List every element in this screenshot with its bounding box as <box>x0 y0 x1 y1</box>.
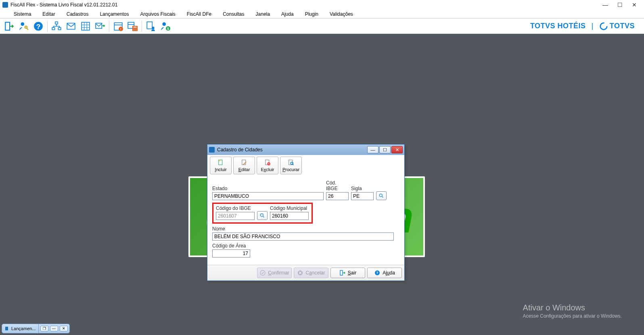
tb-org-icon[interactable] <box>50 20 63 32</box>
input-codigo-area[interactable] <box>212 249 250 258</box>
tb-mail-icon[interactable] <box>64 20 78 32</box>
menu-lancamentos[interactable]: Lançamentos <box>94 11 134 17</box>
svg-point-18 <box>135 28 136 29</box>
svg-point-38 <box>260 270 265 275</box>
watermark-subtitle: Acesse Configurações para ativar o Windo… <box>523 313 622 319</box>
svg-point-36 <box>379 194 382 197</box>
editar-button[interactable]: Editar <box>233 157 255 174</box>
dialog-maximize-button[interactable]: ☐ <box>379 146 391 153</box>
windows-watermark: Ativar o Windows Acesse Configurações pa… <box>523 303 622 319</box>
svg-point-21 <box>135 29 136 30</box>
svg-point-35 <box>291 162 293 165</box>
input-sigla[interactable] <box>351 192 374 200</box>
workspace: n Cadastro de Cidades — ☐ ✕ Incluir Edit… <box>0 34 644 335</box>
svg-point-37 <box>260 214 263 216</box>
new-doc-icon <box>217 159 224 166</box>
dialog-titlebar: Cadastro de Cidades — ☐ ✕ <box>207 144 404 155</box>
exit-icon <box>339 270 346 276</box>
svg-rect-10 <box>96 23 102 28</box>
tb-mail-send-icon[interactable] <box>93 20 107 32</box>
svg-point-17 <box>133 28 134 29</box>
menu-sistema[interactable]: Sistema <box>8 11 37 17</box>
tb-user-money-icon[interactable]: $ <box>159 20 172 32</box>
app-icon <box>2 2 8 8</box>
svg-rect-23 <box>147 22 152 29</box>
tb-user-key-icon[interactable] <box>17 20 31 32</box>
label-cod-ibge: Cód. IBGE <box>326 180 349 191</box>
menu-cadastros[interactable]: Cadastros <box>61 11 94 17</box>
tb-grid-icon[interactable] <box>79 20 92 32</box>
svg-point-25 <box>162 22 166 26</box>
menu-editar[interactable]: Editar <box>37 11 61 17</box>
tb-calendar-calc-icon[interactable] <box>126 20 140 32</box>
incluir-button[interactable]: Incluir <box>210 157 232 174</box>
tb-user-doc-icon[interactable] <box>144 20 158 32</box>
label-codigo-do-ibge: Código do IBGE <box>216 205 255 211</box>
brand-hotel: TOTVS HOTÉIS <box>530 22 586 30</box>
svg-text:!: ! <box>120 27 121 31</box>
maximize-button[interactable]: ☐ <box>613 0 627 10</box>
titlebar: FiscAll Flex - Sistema Livro Fiscal v12.… <box>0 0 644 10</box>
task-minimize-button[interactable]: — <box>50 326 58 331</box>
menu-plugin[interactable]: Plugin <box>299 11 324 17</box>
lookup-estado-button[interactable] <box>376 191 387 200</box>
task-lancamentos[interactable]: Lançamen... <box>2 324 39 333</box>
task-close-button[interactable]: ✕ <box>60 326 68 331</box>
menubar: Sistema Editar Cadastros Lançamentos Arq… <box>0 10 644 19</box>
dialog-minimize-button[interactable]: — <box>367 146 378 153</box>
menu-janela[interactable]: Janela <box>250 11 276 17</box>
menu-arquivos-fiscais[interactable]: Arquivos Fiscais <box>134 11 181 17</box>
menu-fiscall-dfe[interactable]: FiscAll DFe <box>181 11 217 17</box>
svg-rect-5 <box>55 22 58 24</box>
app-title: FiscAll Flex - Sistema Livro Fiscal v12.… <box>10 2 117 8</box>
input-codigo-do-ibge[interactable] <box>216 212 255 220</box>
cancelar-button: Cancelar <box>294 268 328 278</box>
procurar-button[interactable]: Procurar <box>280 157 302 174</box>
task-restore-button[interactable]: ❐ <box>40 326 48 331</box>
excluir-button[interactable]: Excluir <box>257 157 278 174</box>
highlighted-section: Código do IBGE Código Municipal <box>212 203 313 224</box>
help-icon: ? <box>374 270 381 276</box>
svg-point-19 <box>136 28 137 29</box>
dialog-title: Cadastro de Cidades <box>217 147 263 153</box>
doc-icon <box>4 326 9 331</box>
label-sigla: Sigla <box>351 186 374 191</box>
svg-point-24 <box>152 27 155 29</box>
lookup-ibge-button[interactable] <box>257 211 268 220</box>
sair-button[interactable]: Sair <box>330 268 365 278</box>
tb-help-icon[interactable]: ? <box>31 20 45 32</box>
svg-point-20 <box>133 29 134 30</box>
label-codigo-municipal: Código Municipal <box>270 205 309 211</box>
input-estado[interactable] <box>212 192 324 200</box>
ajuda-button[interactable]: ? Ajuda <box>367 268 402 278</box>
svg-rect-9 <box>82 22 90 30</box>
svg-rect-7 <box>58 27 61 29</box>
svg-text:?: ? <box>36 22 41 30</box>
menu-consultas[interactable]: Consultas <box>217 11 250 17</box>
menu-ajuda[interactable]: Ajuda <box>276 11 299 17</box>
tb-calendar-alert-icon[interactable]: ! <box>111 20 125 32</box>
svg-rect-40 <box>340 270 343 275</box>
dialog-toolbar: Incluir Editar Excluir Procurar <box>207 155 404 175</box>
toolbar: ? ! $ TOTVS HOTÉIS | TOTVS <box>0 19 644 34</box>
search-icon <box>378 193 384 199</box>
dialog-body: Estado Cód. IBGE Sigla <box>207 175 404 265</box>
menu-validacoes[interactable]: Validações <box>324 11 359 17</box>
svg-point-30 <box>219 160 220 161</box>
label-codigo-area: Código de Área <box>212 243 250 249</box>
edit-doc-icon <box>240 159 248 166</box>
input-nome[interactable] <box>212 232 394 241</box>
check-icon <box>259 270 266 276</box>
totvs-ring-icon <box>599 22 608 31</box>
dialog-footer: Confirmar Cancelar Sair ? Ajuda <box>207 265 404 281</box>
dialog-icon <box>209 147 215 153</box>
input-codigo-municipal[interactable] <box>270 212 309 220</box>
input-cod-ibge[interactable] <box>326 192 349 200</box>
svg-point-28 <box>600 23 607 29</box>
dialog-close-button[interactable]: ✕ <box>391 146 403 153</box>
tb-exit-icon[interactable] <box>2 20 16 32</box>
svg-point-1 <box>21 22 24 26</box>
minimize-button[interactable]: — <box>598 0 613 10</box>
close-button[interactable]: ✕ <box>627 0 642 10</box>
confirmar-button: Confirmar <box>257 268 292 278</box>
